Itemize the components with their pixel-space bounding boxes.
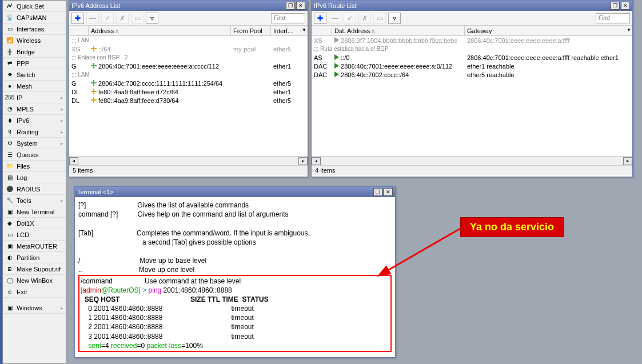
sidebar-item[interactable]: ⇄PPP — [3, 58, 66, 69]
close-button[interactable]: ✕ — [621, 2, 630, 10]
sidebar-item[interactable]: ◐Partition — [3, 252, 66, 263]
sidebar-item[interactable]: ╫Bridge — [3, 46, 66, 58]
enable-button[interactable]: ✓ — [344, 13, 356, 24]
disable-button[interactable]: ✗ — [116, 13, 129, 24]
titlebar[interactable]: Terminal <1> ❐ ✕ — [75, 187, 395, 197]
term-text: received — [111, 342, 137, 350]
table-row[interactable]: AS ::/02806:40c:7001:eeee:eeee:eeee:a:ff… — [312, 53, 632, 62]
titlebar[interactable]: IPv6 Address List ❐ ✕ — [69, 1, 308, 11]
restore-button[interactable]: ❐ — [373, 188, 382, 196]
find-input[interactable] — [596, 13, 630, 23]
sidebar-item[interactable] — [3, 298, 66, 302]
add-button[interactable]: ✚ — [71, 13, 84, 24]
sidebar-item[interactable]: ⚫RADIUS — [3, 183, 66, 195]
menu-icon: ⚙ — [5, 139, 14, 148]
sidebar-item[interactable]: ↯Routing▸ — [3, 126, 66, 138]
filter-button[interactable]: ▿ — [146, 13, 158, 24]
sidebar-item[interactable]: ◯New WinBox — [3, 275, 66, 286]
find-input[interactable] — [271, 13, 305, 23]
scroll-right-icon[interactable]: ▸ — [298, 157, 308, 165]
ipv6-address-list-window: IPv6 Address List ❐ ✕ ✚ — ✓ ✗ ▭ ▿ Addres… — [69, 0, 308, 177]
route-icon — [334, 54, 339, 60]
sidebar-item[interactable]: 🗲Quick Set — [3, 1, 66, 12]
cell-interface: ether5 — [271, 97, 305, 104]
sidebar-item[interactable]: 📁Files — [3, 161, 66, 172]
sidebar-item[interactable]: ⎋Exit — [3, 286, 66, 298]
sidebar-item[interactable]: ☰Queues — [3, 149, 66, 161]
cell-interface: ether1 — [271, 63, 305, 70]
sidebar-item[interactable]: ▤Log — [3, 172, 66, 183]
col-flags[interactable] — [69, 26, 89, 35]
cell-gateway: ether5 reachable — [465, 71, 632, 78]
sidebar-item[interactable]: 255IP▸ — [3, 92, 66, 103]
cell-interface: ether5 — [271, 46, 305, 53]
sidebar-item[interactable]: ▭Interfaces — [3, 23, 66, 35]
sidebar-item[interactable]: 📶Wireless — [3, 35, 66, 46]
cell-flags: XG — [69, 46, 89, 53]
menu-icon: ◯ — [5, 276, 14, 285]
table-row[interactable]: DAC 2806:40c:7002:cccc::/64ether5 reacha… — [312, 70, 632, 79]
col-dst-address[interactable]: Dst. Address△ — [332, 26, 465, 35]
close-button[interactable]: ✕ — [384, 188, 393, 196]
h-scrollbar[interactable]: ◂ ▸ — [312, 156, 632, 165]
restore-button[interactable]: ❐ — [286, 2, 295, 10]
close-button[interactable]: ✕ — [296, 2, 305, 10]
term-text: 2001:4860:4860::8888 — [161, 286, 232, 294]
filter-button[interactable]: ▿ — [388, 13, 401, 24]
cell-address: fe80::4aa9:8aff:feee:d730/64 — [89, 97, 231, 104]
column-menu-icon[interactable]: ▼ — [627, 27, 631, 33]
group-row: ;;; LAN — [69, 36, 308, 45]
window-title: Terminal <1> — [77, 189, 372, 195]
sidebar-item[interactable]: ▣New Terminal — [3, 206, 66, 218]
sidebar-item[interactable]: 📡CAPsMAN — [3, 12, 66, 23]
sidebar-item[interactable]: ⧫IPv6▸ — [3, 115, 66, 126]
term-text: /command — [81, 277, 113, 285]
h-scrollbar[interactable]: ◂ ▸ — [69, 156, 308, 165]
table-row[interactable]: G 2806:40c:7001:eeee:eeee:eeee:a:cccc/11… — [69, 62, 308, 70]
comment-button[interactable]: ▭ — [131, 13, 143, 24]
comment-button[interactable]: ▭ — [373, 13, 386, 24]
menu-icon: 🗲 — [5, 2, 14, 11]
restore-button[interactable]: ❐ — [611, 2, 620, 10]
sidebar-item[interactable]: ⚙System▸ — [3, 138, 66, 149]
sidebar-item[interactable]: 🔧Tools▸ — [3, 195, 66, 206]
table-row[interactable]: XS 2806:3f7:1004:bbbb:bbbb:bbbb:f0ca:beb… — [312, 36, 632, 45]
column-menu-icon[interactable]: ▼ — [302, 27, 306, 33]
terminal-output[interactable]: [?]Gives the list of available commands … — [75, 197, 395, 357]
scroll-right-icon[interactable]: ▸ — [623, 157, 632, 165]
col-address[interactable]: Address△ — [89, 26, 231, 35]
submenu-indicator-icon: ▸ — [61, 95, 63, 101]
sidebar-item[interactable]: ◔MPLS▸ — [3, 103, 66, 115]
sidebar-item[interactable]: ▣MetaROUTER — [3, 241, 66, 252]
table-row[interactable]: DL fe80::4aa9:8aff:feee:d730/64ether5 — [69, 96, 308, 105]
col-interface[interactable]: Interf... — [271, 26, 305, 35]
disable-button[interactable]: ✗ — [358, 13, 371, 24]
svg-line-0 — [386, 229, 460, 271]
add-button[interactable]: ✚ — [314, 13, 326, 24]
sidebar-item[interactable]: 🗎Make Supout.rif — [3, 263, 66, 275]
scroll-left-icon[interactable]: ◂ — [312, 157, 321, 165]
scroll-left-icon[interactable]: ◂ — [69, 157, 78, 165]
term-text: Use command at the base level — [145, 277, 241, 285]
col-from-pool[interactable]: From Pool — [231, 26, 271, 35]
ipv6-route-list-window: IPv6 Route List ❐ ✕ ✚ — ✓ ✗ ▭ ▿ Dst. Add… — [311, 0, 633, 177]
sidebar-item[interactable]: ▣Windows▸ — [3, 302, 66, 314]
table-row[interactable]: DAC 2806:40c:7001:eeee:eeee:eeee:a:0/112… — [312, 62, 632, 70]
titlebar[interactable]: IPv6 Route List ❐ ✕ — [312, 1, 632, 11]
sidebar-item[interactable]: ▭LCD — [3, 229, 66, 241]
cell-flags: DL — [69, 97, 89, 104]
sidebar-item[interactable]: ❖Switch — [3, 69, 66, 81]
col-gateway[interactable]: Gateway — [465, 26, 632, 35]
cell-address: ::/64 — [89, 46, 231, 53]
table-row[interactable]: DL fe80::4aa9:8aff:feee:d72c/64ether1 — [69, 87, 308, 96]
remove-button[interactable]: — — [329, 13, 341, 24]
sidebar-item[interactable]: ◆Dot1X — [3, 218, 66, 229]
enable-button[interactable]: ✓ — [101, 13, 114, 24]
plus-icon — [91, 80, 97, 86]
col-flags[interactable] — [312, 26, 332, 35]
table-row[interactable]: XG ::/64my-poolether5 — [69, 45, 308, 53]
submenu-indicator-icon: ▸ — [61, 129, 63, 135]
table-row[interactable]: G 2806:40c:7002:cccc:1111:1111:1111:254/… — [69, 79, 308, 87]
remove-button[interactable]: — — [86, 13, 99, 24]
sidebar-item[interactable]: ●Mesh — [3, 81, 66, 92]
